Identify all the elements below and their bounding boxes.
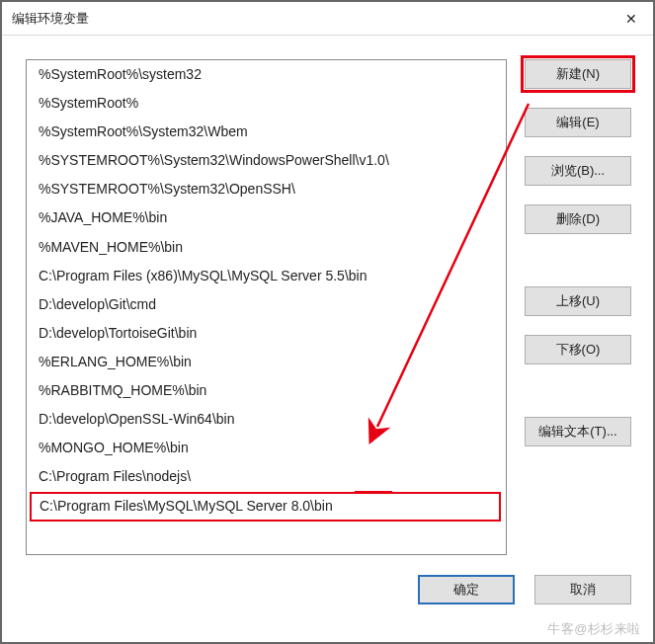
path-list-item[interactable]: %RABBITMQ_HOME%\bin (27, 376, 506, 405)
title-bar: 编辑环境变量 ✕ (2, 2, 653, 36)
bottom-bar: 确定 取消 (2, 575, 653, 628)
path-list-item[interactable]: %SystemRoot%\System32\Wbem (27, 118, 506, 146)
movedown-button[interactable]: 下移(O) (525, 335, 631, 364)
path-list-item[interactable]: C:\Program Files\nodejs\ (27, 462, 506, 491)
path-list-item[interactable]: %SYSTEMROOT%\System32\WindowsPowerShell\… (27, 146, 506, 175)
path-list-item[interactable]: D:\develop\OpenSSL-Win64\bin (27, 405, 506, 434)
window-title: 编辑环境变量 (12, 10, 89, 28)
path-list-item[interactable]: %MAVEN_HOME%\bin (27, 233, 506, 262)
path-list-item[interactable]: %SystemRoot%\system32 (27, 60, 506, 89)
edittext-button[interactable]: 编辑文本(T)... (525, 417, 631, 446)
path-list-item[interactable]: C:\Program Files (x86)\MySQL\MySQL Serve… (27, 262, 506, 290)
close-icon: ✕ (625, 11, 637, 27)
cancel-button[interactable]: 取消 (534, 575, 631, 604)
path-list-item[interactable]: C:\Program Files\MySQL\MySQL Server 8.0\… (30, 492, 501, 521)
moveup-button[interactable]: 上移(U) (525, 286, 631, 316)
close-button[interactable]: ✕ (609, 2, 653, 36)
ok-button[interactable]: 确定 (418, 575, 515, 604)
side-buttons: 新建(N) 编辑(E) 浏览(B)... 删除(D) 上移(U) 下移(O) 编… (525, 59, 631, 555)
content-area: %SystemRoot%\system32%SystemRoot%%System… (2, 36, 653, 575)
delete-button[interactable]: 删除(D) (525, 204, 631, 234)
browse-button[interactable]: 浏览(B)... (525, 156, 631, 186)
path-listbox[interactable]: %SystemRoot%\system32%SystemRoot%%System… (26, 59, 507, 555)
path-list-item[interactable]: D:\develop\TortoiseGit\bin (27, 319, 506, 348)
edit-button[interactable]: 编辑(E) (525, 108, 631, 137)
new-button[interactable]: 新建(N) (525, 59, 631, 89)
path-list-item[interactable]: %MONGO_HOME%\bin (27, 434, 506, 462)
path-list-item[interactable]: %SystemRoot% (27, 89, 506, 118)
path-list-item[interactable]: D:\develop\Git\cmd (27, 290, 506, 319)
path-list-item[interactable]: %JAVA_HOME%\bin (27, 203, 506, 232)
path-list-item[interactable]: %ERLANG_HOME%\bin (27, 348, 506, 376)
annotation-underline (355, 491, 392, 494)
path-list-item[interactable]: %SYSTEMROOT%\System32\OpenSSH\ (27, 175, 506, 203)
